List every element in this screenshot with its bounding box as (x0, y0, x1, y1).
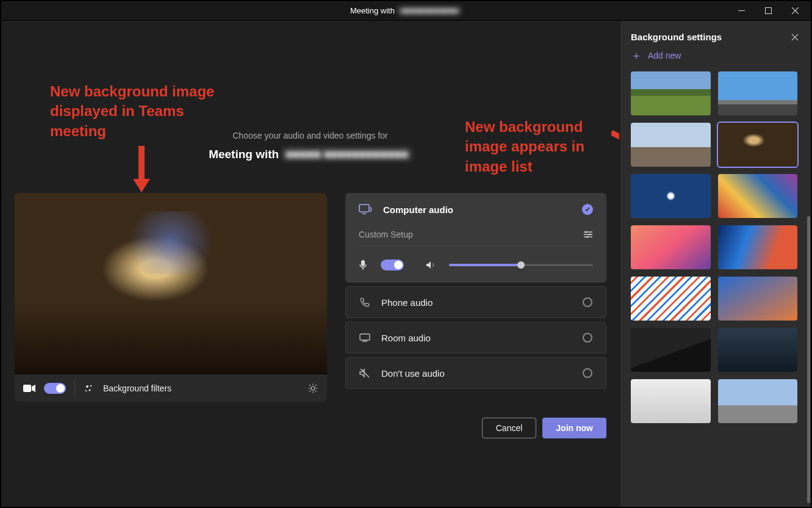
main-area: New background image displayed in Teams … (1, 21, 619, 507)
cancel-button[interactable]: Cancel (482, 418, 537, 438)
add-new-label: Add new (648, 51, 681, 60)
window-title-prefix: Meeting with (350, 6, 395, 15)
bg-thumb[interactable] (718, 277, 798, 321)
sliders-icon[interactable] (583, 230, 593, 239)
camera-toggle[interactable] (44, 383, 66, 394)
svg-rect-12 (361, 260, 365, 266)
window-frame: Meeting with ■■■■■■■■■■■■ New background… (0, 0, 812, 508)
bg-thumb[interactable] (631, 328, 711, 372)
room-audio-label: Room audio (381, 333, 431, 343)
gear-icon[interactable] (307, 383, 318, 394)
bg-thumb[interactable] (631, 123, 711, 167)
bg-thumb[interactable] (631, 71, 711, 115)
svg-line-2 (611, 132, 619, 184)
audio-column: Computer audio Custom Setup (345, 193, 606, 389)
custom-setup-label[interactable]: Custom Setup (359, 230, 413, 239)
svg-point-5 (90, 385, 92, 386)
bg-thumb[interactable] (718, 379, 798, 423)
bg-thumb[interactable] (718, 174, 798, 218)
phone-audio-label: Phone audio (381, 297, 433, 308)
computer-audio-label: Computer audio (383, 205, 571, 215)
svg-rect-0 (738, 10, 745, 11)
radio-unselected[interactable] (583, 368, 592, 378)
background-filters-label[interactable]: Background filters (103, 383, 171, 393)
add-new-button[interactable]: ＋ Add new (631, 51, 800, 60)
video-preview-image (15, 193, 327, 374)
speaker-icon (426, 261, 436, 269)
panel-title: Background settings (631, 32, 722, 42)
close-panel-button[interactable] (790, 32, 800, 42)
background-settings-panel: Background settings ＋ Add new (619, 21, 811, 507)
titlebar: Meeting with ■■■■■■■■■■■■ (1, 1, 811, 21)
window-buttons (728, 2, 808, 20)
bg-thumb[interactable] (631, 225, 711, 269)
volume-slider[interactable] (449, 264, 593, 266)
no-audio-icon (359, 368, 370, 378)
phone-icon (359, 297, 370, 308)
video-toolbar: Background filters (15, 374, 327, 402)
camera-icon (23, 384, 35, 393)
bg-thumb[interactable] (718, 328, 798, 372)
bg-thumb[interactable] (631, 174, 711, 218)
action-row: Cancel Join now (345, 418, 606, 438)
window-title-redacted: ■■■■■■■■■■■■ (397, 6, 462, 15)
svg-point-6 (88, 389, 90, 391)
svg-rect-1 (765, 8, 771, 14)
heading-main-prefix: Meeting with (209, 148, 279, 161)
bg-thumb[interactable] (631, 277, 711, 321)
computer-audio-icon (359, 204, 372, 215)
svg-rect-3 (23, 385, 31, 392)
no-audio-option[interactable]: Don't use audio (345, 357, 606, 389)
mic-icon (359, 259, 367, 270)
radio-unselected[interactable] (583, 297, 592, 307)
room-icon (359, 333, 370, 342)
heading-main-redacted: ■■■■■ ■■■■■■■■■■■■ (282, 148, 411, 161)
annotation-right: New background image appears in image li… (465, 117, 619, 176)
svg-point-11 (586, 236, 588, 238)
radio-unselected[interactable] (583, 333, 592, 343)
svg-rect-8 (359, 205, 369, 212)
svg-point-9 (585, 231, 587, 233)
effects-icon (84, 383, 95, 394)
divider (74, 380, 75, 397)
minimize-button[interactable] (728, 2, 755, 20)
room-audio-option[interactable]: Room audio (345, 322, 606, 354)
no-audio-label: Don't use audio (381, 368, 445, 379)
svg-rect-13 (360, 334, 370, 340)
maximize-button[interactable] (755, 2, 781, 20)
svg-point-7 (85, 390, 87, 391)
mic-toggle[interactable] (381, 259, 404, 270)
bg-thumb-selected[interactable] (718, 123, 798, 167)
join-now-button[interactable]: Join now (542, 418, 606, 438)
annotation-arrow-down (132, 146, 151, 201)
svg-point-4 (86, 385, 88, 388)
video-preview: Background filters (15, 193, 327, 402)
background-grid (631, 71, 800, 423)
bg-thumb[interactable] (718, 71, 798, 115)
bg-thumb[interactable] (631, 379, 711, 423)
phone-audio-option[interactable]: Phone audio (345, 286, 606, 318)
close-window-button[interactable] (781, 2, 808, 20)
selected-check-icon (582, 204, 593, 215)
svg-point-10 (589, 233, 591, 235)
scrollbar[interactable] (807, 216, 810, 503)
annotation-arrow-diag (611, 117, 619, 203)
bg-thumb[interactable] (718, 225, 798, 269)
annotation-left: New background image displayed in Teams … (50, 82, 239, 141)
window-title: Meeting with ■■■■■■■■■■■■ (350, 6, 462, 15)
computer-audio-card[interactable]: Computer audio Custom Setup (345, 193, 606, 283)
